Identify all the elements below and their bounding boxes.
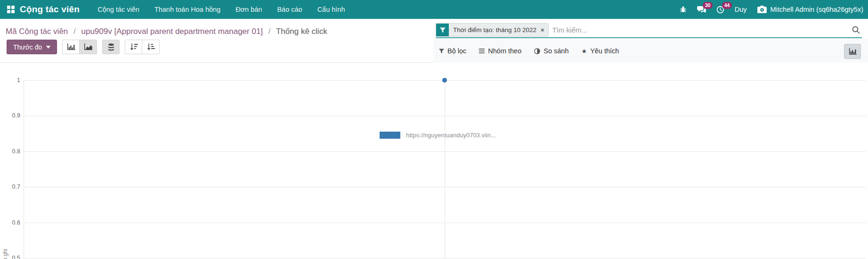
comparison-button-label: So sánh: [544, 47, 568, 55]
measures-button-label: Thước đo: [13, 43, 42, 51]
favorites-button-label: Yêu thích: [590, 47, 619, 55]
top-navbar: Cộng tác viên Cộng tác viên Thanh toán H…: [0, 0, 868, 19]
messages-badge: 30: [703, 2, 713, 9]
area-chart-icon: [84, 43, 92, 51]
star-icon: ★: [581, 48, 587, 55]
search-facet[interactable]: Thời điểm tạo: tháng 10 2022 ×: [436, 23, 549, 37]
comparison-button[interactable]: So sánh: [534, 47, 568, 55]
legend-swatch: [380, 132, 400, 139]
stacked-database-button[interactable]: [102, 40, 120, 54]
y-axis-tick-label: 0.8: [0, 148, 20, 155]
breadcrumb-link-ma-cong-tac-vien[interactable]: Mã Cộng tác viên: [6, 27, 68, 36]
apps-menu-icon[interactable]: [7, 5, 15, 14]
legend-label: https://nguyentuanduy0703.viin...: [406, 132, 496, 139]
debug-bug-icon[interactable]: [680, 6, 687, 13]
sort-ascending-button[interactable]: [142, 40, 160, 54]
breadcrumb: Mã Cộng tác viên / upu909v [Approval par…: [6, 25, 327, 39]
legend-item[interactable]: https://nguyentuanduy0703.viin...: [380, 132, 496, 139]
y-axis-tick-label: 0.9: [0, 112, 20, 119]
stacked-icon: [108, 43, 114, 51]
nav-item-don-ban[interactable]: Đơn bán: [235, 6, 262, 13]
bar-chart-icon: [67, 43, 75, 51]
bar-chart-button[interactable]: [62, 40, 80, 54]
breadcrumb-separator: /: [268, 27, 271, 36]
grid-icon: [7, 5, 15, 14]
sort-group: [125, 40, 160, 54]
filter-funnel-icon: [436, 24, 449, 36]
y-axis-line: [24, 80, 24, 259]
y-axis-title: ần ghi: [2, 249, 8, 259]
data-point[interactable]: [442, 78, 447, 83]
navbar-left: Cộng tác viên Cộng tác viên Thanh toán H…: [5, 4, 345, 15]
breadcrumb-current: Thống kê click: [276, 27, 327, 36]
measures-button[interactable]: Thước đo: [7, 40, 57, 54]
activities-clock-icon[interactable]: 44: [716, 6, 724, 14]
search-input[interactable]: [552, 25, 850, 34]
chart-area: https://nguyentuanduy0703.viin... 1 0.9 …: [0, 63, 868, 259]
activities-badge: 44: [722, 2, 732, 9]
sort-asc-icon: [146, 43, 155, 50]
sort-desc-icon: [130, 43, 138, 50]
graph-toolbar: Thước đo: [7, 40, 160, 54]
line-area-chart-button[interactable]: [80, 40, 97, 54]
nav-item-cong-tac-vien[interactable]: Cộng tác viên: [97, 6, 139, 13]
v-gridline: [445, 80, 445, 259]
favorites-button[interactable]: ★ Yêu thích: [581, 47, 619, 55]
app-title[interactable]: Cộng tác viên: [20, 4, 80, 15]
group-by-button-label: Nhóm theo: [488, 47, 521, 55]
breadcrumb-separator: /: [73, 27, 76, 36]
graph-view-icon: [849, 48, 857, 55]
search-bar: Thời điểm tạo: tháng 10 2022 ×: [436, 23, 862, 38]
main-menu: Cộng tác viên Thanh toán Hoa hồng Đơn bá…: [97, 6, 345, 13]
chart-type-group: [62, 40, 97, 54]
graph-view-switcher-button[interactable]: [844, 44, 861, 59]
nav-item-bao-cao[interactable]: Báo cáo: [277, 6, 302, 13]
nav-item-cau-hinh[interactable]: Cấu hình: [317, 6, 345, 13]
group-by-icon: [479, 49, 485, 53]
facet-remove-icon[interactable]: ×: [540, 24, 548, 36]
y-axis-tick-label: 1: [0, 77, 20, 84]
camera-avatar-icon: [757, 6, 767, 13]
nav-item-thanh-toan-hoa-hong[interactable]: Thanh toán Hoa hồng: [154, 6, 220, 13]
search-options-panel: Bộ lọc Nhóm theo So sánh ★ Yêu thích: [433, 39, 868, 63]
user-name: Mitchell Admin (sq6ha26gty5x): [771, 6, 863, 13]
user-menu[interactable]: Mitchell Admin (sq6ha26gty5x): [757, 6, 863, 13]
user-duy-menu[interactable]: Duy: [735, 6, 747, 13]
y-axis-tick-label: 0.6: [0, 219, 20, 226]
filter-icon: [439, 49, 444, 54]
breadcrumb-link-record[interactable]: upu909v [Approval parent department mana…: [81, 27, 263, 36]
comparison-icon: [534, 48, 540, 54]
group-by-button[interactable]: Nhóm theo: [479, 47, 521, 55]
filters-button-label: Bộ lọc: [447, 47, 466, 55]
control-panel: Mã Cộng tác viên / upu909v [Approval par…: [0, 19, 868, 63]
messages-icon[interactable]: 30: [697, 6, 706, 13]
caret-down-icon: [46, 46, 50, 49]
screen: Cộng tác viên Cộng tác viên Thanh toán H…: [0, 0, 868, 259]
filters-button[interactable]: Bộ lọc: [439, 47, 466, 55]
search-magnifier-icon[interactable]: [850, 26, 862, 34]
search-facet-label: Thời điểm tạo: tháng 10 2022: [449, 24, 540, 36]
navbar-right: 30 44 Duy Mitchell Admin (sq6ha26gty5x): [680, 6, 863, 14]
stacked-toggle-group: [102, 40, 120, 54]
sort-descending-button[interactable]: [125, 40, 142, 54]
y-axis-tick-label: 0.7: [0, 184, 20, 190]
